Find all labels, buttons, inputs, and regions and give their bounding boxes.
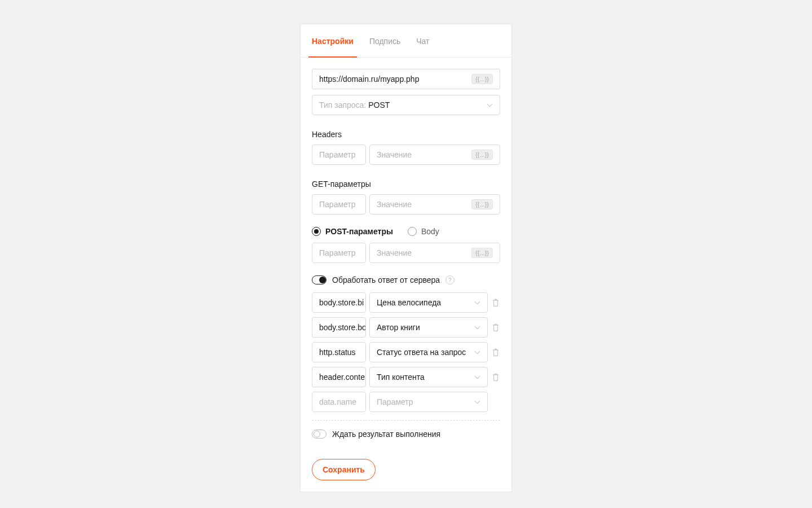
header-param-input[interactable]: Параметр <box>312 144 366 165</box>
tab-settings[interactable]: Настройки <box>312 24 354 57</box>
response-target-value: Автор книги <box>377 323 420 332</box>
response-map-row: body.store.bi Цена велосипеда <box>312 292 500 313</box>
response-path-input[interactable]: body.store.bi <box>312 292 366 313</box>
request-type-value: POST <box>368 100 390 110</box>
chevron-down-icon <box>475 325 480 330</box>
response-target-value: Статус ответа на запрос <box>377 348 466 357</box>
response-target-select[interactable]: Параметр <box>369 392 488 412</box>
response-path-input[interactable]: header.conte <box>312 367 366 387</box>
get-params-label: GET-параметры <box>312 179 500 189</box>
radio-body-label: Body <box>421 227 439 236</box>
trash-icon[interactable] <box>491 322 500 332</box>
post-param-input[interactable]: Параметр <box>312 243 366 263</box>
chevron-down-icon <box>475 349 480 355</box>
tabs: Настройки Подпись Чат <box>301 24 511 58</box>
url-input[interactable]: https://domain.ru/myapp.php {{...}} <box>312 69 500 89</box>
tab-signature[interactable]: Подпись <box>369 24 400 57</box>
radio-dot-icon <box>408 227 417 236</box>
process-response-toggle[interactable] <box>312 275 326 284</box>
chevron-down-icon <box>487 102 493 108</box>
get-template-chip[interactable]: {{...}} <box>471 199 493 209</box>
header-value-input[interactable]: Значение {{...}} <box>369 144 500 165</box>
request-type-prefix: Тип запроса: <box>319 100 368 110</box>
radio-body[interactable]: Body <box>408 227 439 236</box>
response-target-select[interactable]: Статус ответа на запрос <box>369 342 488 362</box>
wait-result-label: Ждать результат выполнения <box>332 430 440 439</box>
post-value-placeholder: Значение <box>377 248 412 257</box>
response-path-input[interactable]: body.store.bo <box>312 317 366 338</box>
response-map-row-empty: data.name Параметр <box>312 392 500 412</box>
wait-result-row: Ждать результат выполнения <box>312 430 500 439</box>
process-response-label: Обработать ответ от сервера <box>332 275 440 284</box>
url-value: https://domain.ru/myapp.php <box>319 75 419 84</box>
post-params-row: Параметр Значение {{...}} <box>312 243 500 263</box>
url-template-chip[interactable]: {{...}} <box>471 74 493 84</box>
get-value-placeholder: Значение <box>377 200 412 209</box>
response-map-row: http.status Статус ответа на запрос <box>312 342 500 362</box>
headers-label: Headers <box>312 130 500 139</box>
response-target-placeholder: Параметр <box>377 397 413 406</box>
chevron-down-icon <box>475 374 480 380</box>
response-target-value: Тип контента <box>377 373 425 382</box>
radio-dot-icon <box>312 227 321 236</box>
chevron-down-icon <box>475 300 480 305</box>
post-value-input[interactable]: Значение {{...}} <box>369 243 500 263</box>
header-value-placeholder: Значение <box>377 150 412 159</box>
get-params-row: Параметр Значение {{...}} <box>312 194 500 214</box>
request-type-select[interactable]: Тип запроса: POST <box>312 95 500 115</box>
chevron-down-icon <box>475 399 480 405</box>
headers-row: Параметр Значение {{...}} <box>312 144 500 165</box>
divider <box>312 420 500 421</box>
get-value-input[interactable]: Значение {{...}} <box>369 194 500 214</box>
response-map-row: body.store.bo Автор книги <box>312 317 500 338</box>
save-button[interactable]: Сохранить <box>312 459 376 480</box>
response-path-input[interactable]: data.name <box>312 392 366 412</box>
response-target-value: Цена велосипеда <box>377 298 441 307</box>
response-map-row: header.conte Тип контента <box>312 367 500 387</box>
radio-post-params[interactable]: POST-параметры <box>312 227 393 236</box>
tab-chat[interactable]: Чат <box>416 24 429 57</box>
post-template-chip[interactable]: {{...}} <box>471 248 493 258</box>
process-response-row: Обработать ответ от сервера ? <box>312 275 500 284</box>
settings-panel: Настройки Подпись Чат https://domain.ru/… <box>300 24 512 492</box>
response-path-input[interactable]: http.status <box>312 342 366 362</box>
get-param-input[interactable]: Параметр <box>312 194 366 214</box>
response-target-select[interactable]: Тип контента <box>369 367 488 387</box>
help-icon[interactable]: ? <box>445 275 454 284</box>
panel-body: https://domain.ru/myapp.php {{...}} Тип … <box>301 58 511 492</box>
response-target-select[interactable]: Цена велосипеда <box>369 292 488 313</box>
wait-result-toggle[interactable] <box>312 430 326 439</box>
header-template-chip[interactable]: {{...}} <box>471 150 493 160</box>
trash-icon[interactable] <box>491 297 500 308</box>
trash-icon[interactable] <box>491 372 500 382</box>
body-mode-radio-group: POST-параметры Body <box>312 227 500 236</box>
radio-post-params-label: POST-параметры <box>325 227 393 236</box>
trash-icon[interactable] <box>491 347 500 357</box>
response-target-select[interactable]: Автор книги <box>369 317 488 338</box>
